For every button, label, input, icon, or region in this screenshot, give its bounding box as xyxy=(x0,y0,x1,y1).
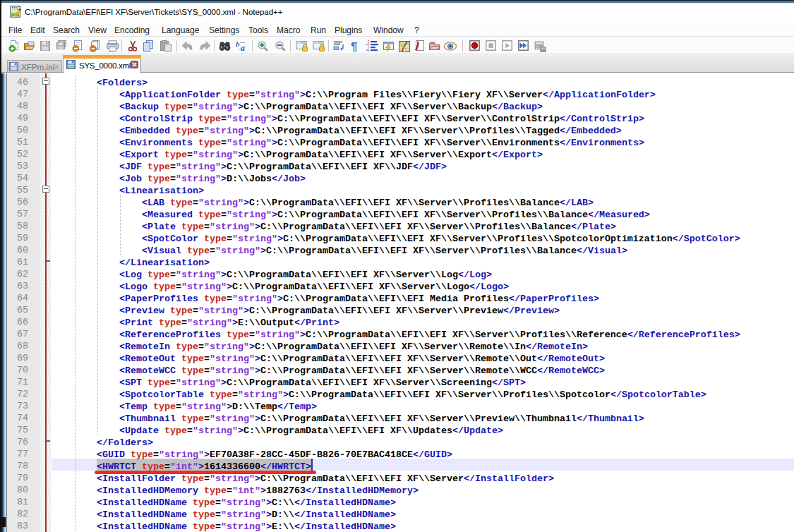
svg-text:a: a xyxy=(241,43,245,52)
svg-text:b: b xyxy=(236,40,240,48)
svg-text:¶: ¶ xyxy=(351,40,357,54)
